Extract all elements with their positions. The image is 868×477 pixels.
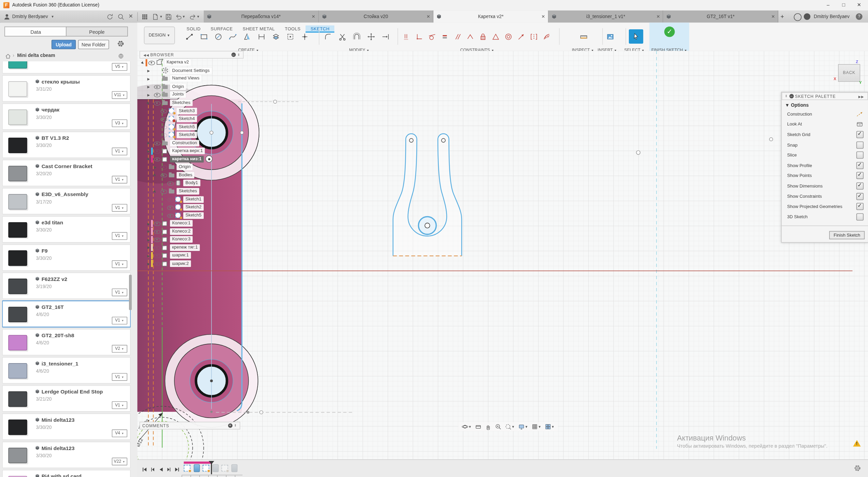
select-tool-icon[interactable] bbox=[629, 29, 643, 44]
expand-arrow-icon[interactable]: ▶ bbox=[146, 85, 151, 89]
project-tool-icon[interactable] bbox=[271, 30, 280, 43]
offset-tool-icon[interactable] bbox=[352, 30, 361, 43]
version-dropdown[interactable]: V3 ▼ bbox=[112, 119, 127, 127]
Lerdge Optical End Stop[interactable]: Lerdge Optical End Stop 3/21/20 V1 ▼ bbox=[2, 385, 130, 412]
breadcrumb-folder[interactable]: Mini delta cbeam bbox=[17, 53, 55, 58]
tree-row[interactable]: ▶ крепеж тяг:1 bbox=[140, 243, 244, 252]
point-tool-icon[interactable] bbox=[286, 30, 294, 43]
version-dropdown[interactable]: V11 ▼ bbox=[112, 91, 127, 99]
Mini delta123[interactable]: Mini delta123 3/30/20 V4 ▼ bbox=[2, 414, 130, 440]
warning-icon[interactable] bbox=[853, 440, 861, 446]
expand-arrow-icon[interactable]: ▶ bbox=[146, 238, 151, 241]
new-folder-button[interactable]: New Folder bbox=[78, 40, 109, 49]
tree-row[interactable]: ▶ Каретка v2 bbox=[140, 59, 244, 67]
visibility-eye-icon[interactable] bbox=[167, 180, 174, 186]
visibility-eye-icon[interactable] bbox=[160, 132, 167, 138]
tree-node-label[interactable]: крепеж тяг:1 bbox=[170, 244, 200, 251]
notifications-icon[interactable] bbox=[804, 13, 810, 20]
look-at-icon[interactable] bbox=[856, 121, 864, 128]
close-tab-icon[interactable]: ✕ bbox=[425, 14, 430, 19]
circle-tool-icon[interactable] bbox=[214, 30, 222, 43]
coincident-constraint-icon[interactable] bbox=[415, 30, 423, 43]
timeline-feature-icon[interactable] bbox=[184, 464, 191, 472]
tangent-constraint-icon[interactable] bbox=[427, 30, 436, 43]
close-tab-icon[interactable]: ✕ bbox=[655, 14, 660, 19]
tree-row[interactable]: ▶ Joints bbox=[140, 91, 244, 99]
upload-button[interactable]: Upload bbox=[52, 40, 76, 49]
close-button[interactable]: ✕ bbox=[851, 0, 867, 10]
E3D_v6_Assembly[interactable]: E3D_v6_Assembly 3/17/20 V1 ▼ bbox=[2, 188, 130, 214]
parallel-constraint-icon[interactable] bbox=[453, 30, 462, 43]
visibility-eye-icon[interactable] bbox=[154, 253, 160, 259]
version-dropdown[interactable]: V1 ▼ bbox=[112, 401, 127, 409]
expand-arrow-icon[interactable]: ▶ bbox=[146, 149, 151, 153]
expand-arrow-icon[interactable]: ▶ bbox=[146, 69, 151, 73]
tree-node-label[interactable]: Sketches bbox=[170, 100, 192, 106]
measure-ruler-icon[interactable] bbox=[579, 30, 588, 43]
[interactable]: V5 ▼ bbox=[2, 61, 130, 74]
option-checkbox[interactable] bbox=[856, 131, 864, 138]
tree-row[interactable]: ▶ Sketch3 bbox=[140, 107, 244, 115]
tree-node-label[interactable]: Joints bbox=[170, 91, 186, 98]
expand-arrow-icon[interactable]: ▶ bbox=[146, 77, 151, 80]
step-forward-icon[interactable] bbox=[165, 465, 172, 472]
palette-option-row[interactable]: Show Points bbox=[782, 170, 868, 181]
tree-row[interactable]: ▶ Каретка верх:1 bbox=[140, 147, 244, 155]
finish-sketch-button[interactable]: ✓ FINISH SKETCH ▼ bbox=[649, 23, 689, 51]
palette-option-row[interactable]: Sketch Grid bbox=[782, 130, 868, 140]
version-dropdown[interactable]: V1 ▼ bbox=[112, 148, 127, 155]
visibility-eye-icon[interactable] bbox=[154, 100, 160, 106]
version-dropdown[interactable]: V5 ▼ bbox=[112, 63, 127, 71]
viewports-icon[interactable]: ▼ bbox=[545, 421, 554, 433]
option-checkbox[interactable] bbox=[856, 141, 864, 148]
mirror-tool-icon[interactable] bbox=[243, 30, 251, 43]
visibility-eye-icon[interactable] bbox=[167, 204, 174, 210]
GT2_16T[interactable]: GT2_16T 4/6/20 V1 ▼ bbox=[2, 301, 130, 327]
tree-node-label[interactable]: Sketch6 bbox=[177, 132, 197, 138]
look-at-icon[interactable] bbox=[475, 423, 481, 430]
fillet-tool-icon[interactable] bbox=[323, 30, 332, 43]
app-grid-icon[interactable] bbox=[141, 13, 149, 20]
timeline-feature-icon[interactable] bbox=[193, 464, 200, 472]
option-checkbox[interactable] bbox=[856, 172, 864, 179]
visibility-eye-icon[interactable] bbox=[154, 140, 160, 146]
option-checkbox[interactable] bbox=[856, 182, 864, 190]
tree-node-label[interactable]: Bodies bbox=[177, 172, 195, 178]
tree-node-label[interactable]: Origin bbox=[170, 84, 186, 90]
tree-row[interactable]: ▶ шарик:1 bbox=[140, 252, 244, 260]
e3d titan[interactable]: e3d titan 3/30/20 V1 ▼ bbox=[2, 216, 130, 243]
visibility-eye-icon[interactable] bbox=[154, 220, 160, 226]
finish-sketch-palette-button[interactable]: Finish Sketch bbox=[829, 231, 865, 239]
timeline-feature-icon[interactable] bbox=[231, 464, 238, 472]
i3_tensioner_1[interactable]: i3_tensioner_1 4/6/20 V1 ▼ bbox=[2, 357, 130, 384]
tree-row[interactable]: ▶ Sketch5 bbox=[140, 123, 244, 131]
expand-arrow-icon[interactable]: ▶ bbox=[146, 141, 151, 145]
close-tab-icon[interactable]: ✕ bbox=[770, 14, 775, 19]
palette-option-row[interactable]: Construction bbox=[782, 109, 868, 119]
grid-settings-icon[interactable]: ▼ bbox=[531, 421, 541, 433]
symmetry-constraint-icon[interactable] bbox=[529, 30, 538, 43]
tree-node-label[interactable]: Named Views bbox=[170, 75, 202, 82]
new-file-icon[interactable] bbox=[152, 13, 160, 20]
tree-row[interactable]: ▶ Колесо:1 bbox=[140, 219, 244, 227]
horizontal-vertical-constraint-icon[interactable] bbox=[402, 30, 411, 43]
tree-row[interactable]: ▶ Origin bbox=[140, 163, 244, 171]
visibility-eye-icon[interactable] bbox=[160, 164, 167, 170]
tree-row[interactable]: ▶ Sketches bbox=[140, 99, 244, 107]
trim-tool-icon[interactable] bbox=[338, 30, 347, 43]
curvature-constraint-icon[interactable] bbox=[542, 30, 551, 43]
tree-row[interactable]: ▶ Sketch5 bbox=[140, 211, 244, 220]
search-icon[interactable] bbox=[117, 13, 125, 20]
tree-row[interactable]: ▶ каретка низ:1 bbox=[140, 155, 244, 163]
tree-row[interactable]: ▶ Document Settings bbox=[140, 66, 244, 75]
option-checkbox[interactable] bbox=[856, 162, 864, 169]
job-status-icon[interactable] bbox=[794, 13, 802, 21]
options-section[interactable]: ▼ Options bbox=[782, 100, 868, 109]
tree-row[interactable]: ▶ Named Views bbox=[140, 75, 244, 83]
version-dropdown[interactable]: V4 ▼ bbox=[112, 430, 127, 437]
perpendicular-constraint-icon[interactable] bbox=[465, 30, 474, 43]
orbit-icon[interactable]: ▼ bbox=[462, 421, 472, 433]
line-tool-icon[interactable] bbox=[185, 30, 194, 43]
version-dropdown[interactable]: V1 ▼ bbox=[112, 232, 127, 240]
concentric-constraint-icon[interactable] bbox=[504, 30, 512, 43]
